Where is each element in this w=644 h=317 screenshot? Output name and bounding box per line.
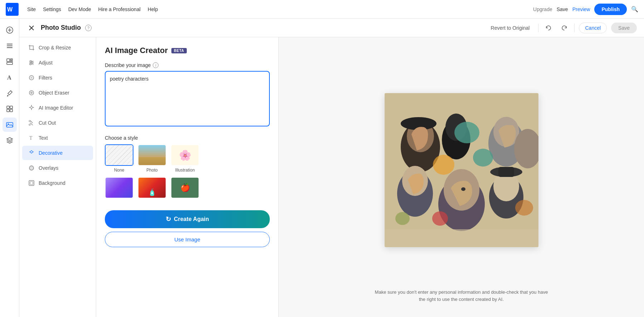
style-2c[interactable]: 🍎 (171, 177, 199, 200)
svg-point-23 (31, 62, 33, 63)
upgrade-button[interactable]: Upgrade (533, 6, 552, 12)
tool-adjust-label: Adjust (39, 60, 53, 66)
tool-crop[interactable]: Crop & Resize (22, 40, 93, 55)
svg-point-57 (433, 155, 454, 175)
svg-point-28 (29, 91, 34, 95)
generated-image-container (385, 52, 538, 289)
redo-button[interactable] (558, 22, 570, 34)
sidebar-item-layers[interactable] (3, 133, 17, 148)
svg-rect-14 (7, 109, 9, 112)
svg-rect-15 (10, 109, 13, 112)
nav-settings[interactable]: Settings (43, 6, 61, 12)
svg-rect-8 (10, 59, 13, 60)
modal-header: Photo Studio ? Revert to Original (19, 19, 644, 37)
style-none-thumb (105, 144, 133, 166)
preview-button[interactable]: Preview (572, 6, 590, 12)
style-2a[interactable] (105, 177, 133, 200)
sidebar-item-brush[interactable] (3, 86, 17, 100)
svg-rect-35 (29, 181, 34, 186)
publish-button[interactable]: Publish (594, 4, 627, 15)
adjust-icon (28, 59, 35, 66)
top-nav-items: Site Settings Dev Mode Hire a Profession… (27, 6, 158, 12)
tool-ai-image-editor[interactable]: AI Image Editor (22, 101, 93, 115)
tool-object-eraser-label: Object Eraser (39, 90, 69, 96)
tool-filters[interactable]: Filters (22, 71, 93, 85)
header-divider (538, 24, 538, 32)
style-2a-thumb (105, 177, 133, 198)
svg-text:W: W (7, 6, 13, 13)
nav-site[interactable]: Site (27, 6, 36, 12)
svg-rect-36 (30, 182, 33, 184)
overlays-icon (28, 164, 35, 172)
tool-filters-label: Filters (39, 75, 52, 81)
modal-save-button[interactable]: Save (611, 23, 637, 33)
svg-rect-6 (7, 47, 13, 48)
svg-point-30 (29, 120, 30, 122)
tool-text-label: Text (39, 135, 48, 141)
tool-background[interactable]: Background (22, 176, 93, 190)
tool-decorative[interactable]: Decorative (22, 146, 93, 160)
svg-point-31 (29, 124, 30, 125)
style-none[interactable]: None (105, 144, 133, 173)
svg-point-60 (515, 200, 533, 216)
svg-point-25 (30, 63, 31, 65)
ai-panel-heading: AI Image Creator (105, 46, 168, 55)
tool-overlays-label: Overlays (39, 165, 58, 171)
sidebar-item-add[interactable] (3, 23, 17, 37)
svg-rect-10 (7, 62, 13, 64)
cancel-button[interactable]: Cancel (579, 23, 607, 33)
tool-adjust[interactable]: Adjust (22, 56, 93, 70)
svg-point-52 (461, 187, 465, 191)
background-icon (28, 179, 35, 187)
describe-info-icon[interactable]: i (153, 62, 158, 68)
beta-badge: BETA (171, 48, 186, 53)
svg-rect-13 (10, 106, 13, 109)
svg-text:T: T (29, 135, 33, 141)
main-area: A (0, 19, 644, 317)
close-button[interactable] (26, 23, 36, 33)
sidebar-item-media[interactable] (3, 117, 17, 132)
tool-ai-image-editor-label: AI Image Editor (39, 105, 73, 111)
style-label: Choose a style (105, 135, 270, 141)
wix-logo: W (6, 3, 19, 16)
style-photo[interactable]: Photo (138, 144, 166, 173)
tools-panel: Crop & Resize Adjust (19, 37, 96, 317)
undo-button[interactable] (543, 22, 554, 34)
create-again-button[interactable]: ↻ Create Again (105, 210, 270, 228)
nav-dev-mode[interactable]: Dev Mode (68, 6, 91, 12)
text-tool-icon: T (28, 134, 35, 141)
sidebar-item-text[interactable]: A (3, 70, 17, 85)
sidebar-item-menu[interactable] (3, 39, 17, 53)
tool-cut-out[interactable]: Cut Out (22, 116, 93, 130)
search-icon[interactable]: 🔍 (631, 6, 638, 13)
style-photo-thumb (138, 144, 166, 166)
tool-object-eraser[interactable]: Object Eraser (22, 86, 93, 100)
svg-rect-9 (10, 61, 13, 62)
svg-rect-4 (7, 44, 13, 44)
style-2b[interactable] (138, 177, 166, 200)
modal-body: Crop & Resize Adjust (19, 37, 644, 317)
describe-section: Describe your image i (105, 62, 270, 128)
use-image-button[interactable]: Use Image (105, 232, 270, 247)
style-illustration[interactable]: 🌸 Illustration (171, 144, 199, 173)
sidebar-item-apps[interactable] (3, 102, 17, 116)
svg-rect-56 (498, 167, 514, 177)
svg-point-58 (473, 149, 493, 167)
svg-rect-5 (7, 45, 13, 46)
tool-overlays[interactable]: Overlays (22, 161, 93, 175)
modal-help-icon[interactable]: ? (85, 25, 92, 31)
svg-point-61 (395, 212, 410, 225)
save-button[interactable]: Save (557, 6, 568, 12)
tool-text[interactable]: T Text (22, 131, 93, 145)
sidebar-item-pages[interactable] (3, 54, 17, 69)
modal-header-right: Revert to Original Cancel Save (487, 22, 637, 34)
revert-button[interactable]: Revert to Original (487, 23, 534, 33)
modal-title: Photo Studio (41, 24, 81, 32)
nav-hire[interactable]: Hire a Professional (98, 6, 141, 12)
svg-rect-7 (7, 59, 10, 62)
describe-textarea[interactable] (105, 71, 270, 126)
style-photo-label: Photo (146, 168, 157, 173)
svg-point-29 (31, 92, 32, 93)
nav-help[interactable]: Help (148, 6, 158, 12)
tool-background-label: Background (39, 180, 65, 186)
